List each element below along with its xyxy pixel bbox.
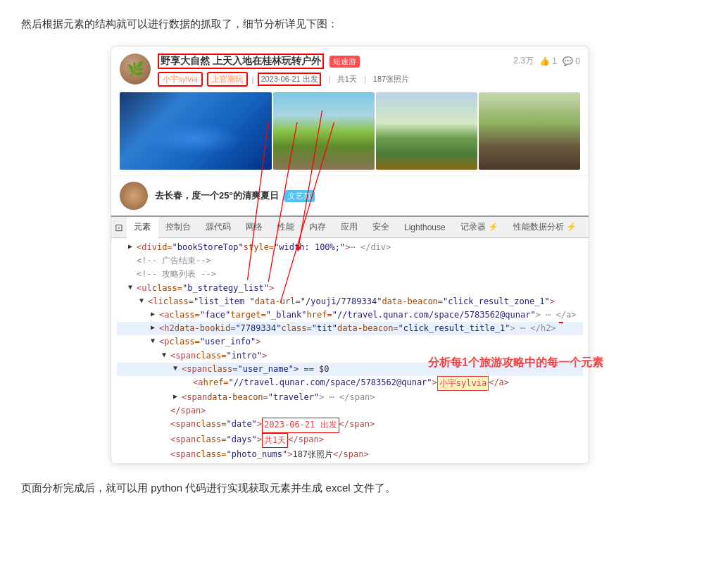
code-tag-9: <span	[170, 349, 196, 363]
tab-performance[interactable]: 性能	[270, 217, 302, 238]
annotation-label: 分析每1个旅游攻略中的每一个元素	[428, 356, 603, 370]
post-stats: 2.3万 👍 1 💬 0	[513, 55, 580, 67]
code-tag-6: <a	[159, 308, 169, 322]
code-attr-15: class=	[196, 433, 226, 446]
tab-security[interactable]: 安全	[365, 217, 397, 238]
code-tag-7: <h2	[159, 322, 175, 335]
code-tag-end-14: </span>	[339, 418, 375, 431]
tab-lighthouse[interactable]: Lighthouse	[397, 217, 453, 238]
code-tag-close-11: >	[432, 376, 437, 389]
post-images-1	[120, 92, 580, 170]
code-attr-7b: class=	[281, 322, 311, 335]
code-attr-7: data-bookid=	[175, 322, 236, 335]
arrow-3	[128, 268, 135, 279]
code-attr-9: class=	[196, 349, 226, 363]
code-line-4[interactable]: ▼ <ul class= "b_strategy_list" >	[117, 282, 583, 295]
tab-source[interactable]: 源代码	[199, 217, 239, 238]
code-tag-8: <p	[159, 335, 169, 349]
arrow-5: ▼	[139, 295, 146, 306]
tab-memory[interactable]: 内存	[302, 217, 334, 238]
arrow-14	[162, 418, 169, 429]
code-attr-6c: href=	[307, 308, 332, 322]
browser-card: 2.3万 👍 1 💬 0 野享大自然 上天入地在桂林玩转户外 短途游	[111, 46, 589, 464]
code-val-17: "nums"	[215, 461, 245, 463]
code-tag-16: <span	[170, 448, 196, 461]
tab-console[interactable]: 控制台	[158, 217, 199, 238]
code-line-12[interactable]: ▶ <span data-beacon= "traveler" > ⋯ </sp…	[117, 391, 583, 404]
code-tag-close-16: >	[287, 448, 292, 461]
tag-literary: 文艺范	[284, 190, 315, 202]
code-tag-15: <span	[170, 433, 196, 446]
code-val-12: "traveler"	[268, 391, 319, 404]
code-val-16: "photo_nums"	[226, 448, 287, 461]
tag-short-trip: 短途游	[330, 56, 360, 68]
code-val-9: "intro"	[226, 349, 262, 363]
code-line-16[interactable]: <span class= "photo_nums" > 187张照片 </spa…	[117, 448, 583, 461]
arrow-17: ▶	[151, 461, 158, 463]
travel-post-1: 2.3万 👍 1 💬 0 野享大自然 上天入地在桂林玩转户外 短途游	[111, 46, 589, 170]
post-img-cave	[120, 92, 272, 170]
post-title-1: 野享大自然 上天入地在桂林玩转户外	[158, 54, 324, 69]
tab-elements[interactable]: 元素	[127, 217, 158, 238]
code-line-3[interactable]: <!-- 攻略列表 -->	[117, 268, 583, 281]
post-img-road	[273, 92, 375, 170]
code-attr-12: data-beacon=	[207, 391, 268, 404]
code-attr-2: style=	[244, 241, 274, 254]
code-attr-11: href=	[203, 376, 228, 389]
tab-perf-data[interactable]: 性能数据分析 ⚡	[506, 217, 584, 238]
arrow-9: ▼	[162, 349, 169, 361]
code-tag-close-1: >	[345, 241, 350, 254]
arrow-15	[162, 433, 169, 444]
code-ellipsis-6: > ⋯ </a>	[536, 308, 577, 322]
code-val-7: "7789334"	[235, 322, 281, 335]
code-ellipsis-1: ⋯ </div>	[351, 241, 391, 254]
date-highlight: 2023-06-21 出发	[262, 418, 339, 432]
code-ellipsis-7: > ⋯ </h2>	[510, 322, 556, 335]
tab-application[interactable]: 应用	[334, 217, 365, 238]
devtools: ⊡ 元素 控制台 源代码 网络 性能 内存 应用 安全 Lighthouse 记…	[111, 215, 589, 463]
code-tag-17: <span	[159, 461, 184, 463]
likes-icon: 👍 1	[539, 56, 557, 66]
code-attr-5: class=	[163, 295, 194, 308]
code-line-17[interactable]: ▶ <span class= "nums" > ⋯ </span>	[117, 461, 583, 463]
code-line-2[interactable]: <!-- 广告结束-->	[117, 254, 583, 268]
photo-count: 187张照片	[373, 74, 409, 85]
code-tag-1: <div	[137, 241, 157, 254]
code-line-6[interactable]: ▶ <a class= "face" target= "_blank" href…	[117, 308, 583, 322]
views-count: 2.3万	[513, 55, 534, 67]
code-line-14[interactable]: <span class= "date" > 2023-06-21 出发 </sp…	[117, 418, 583, 432]
code-ellipsis-12: > ⋯ </span>	[319, 391, 375, 404]
post-header-1: 野享大自然 上天入地在桂林玩转户外 短途游 小宇sylvia 上官潮玩 | 20…	[120, 54, 580, 87]
separator-3: ｜	[361, 74, 369, 85]
code-val-5: "list_item "	[194, 295, 255, 308]
meta-row-1: 小宇sylvia 上官潮玩 | 2023-06-21 出发 ｜ 共1天 ｜ 18…	[158, 72, 580, 87]
code-attr-6b: target=	[230, 308, 266, 322]
code-attr-4: class=	[152, 282, 182, 295]
arrow-2	[128, 254, 135, 265]
code-line-7[interactable]: ▶ <h2 data-bookid= "7789334" class= "tit…	[117, 322, 583, 335]
code-attr-5b: data-url=	[255, 295, 301, 308]
arrow-12: ▶	[173, 391, 180, 402]
code-val-1: "bookStoreTop"	[172, 241, 244, 254]
code-attr-6: class=	[169, 308, 199, 322]
arrow-6: ▶	[151, 308, 158, 320]
code-line-13[interactable]: </span>	[117, 404, 583, 418]
days-highlight: 共1天	[262, 433, 288, 448]
code-tag-close-8: >	[256, 335, 261, 349]
code-line-1[interactable]: ▶ <div id= "bookStoreTop" style= "width:…	[117, 241, 583, 254]
code-line-15[interactable]: <span class= "days" > 共1天 </span>	[117, 433, 583, 448]
code-tag-11: <a	[193, 376, 203, 389]
code-line-5[interactable]: ▼ <li class= "list_item " data-url= "/yo…	[117, 295, 583, 308]
intro-text: 然后根据元素的结构就可以进行数据的抓取了，细节分析详见下图：	[21, 14, 707, 33]
code-val-6: "face"	[200, 308, 230, 322]
code-val-10: "user_name"	[237, 363, 293, 376]
code-attr-17: class=	[184, 461, 215, 463]
code-line-8[interactable]: ▼ <p class= "user_info" >	[117, 335, 583, 349]
post-title-2: 去长春，度一个25°的清爽夏日	[155, 189, 279, 202]
code-tag-close-4: >	[269, 282, 274, 295]
code-text-10: > == $0	[294, 363, 330, 376]
tab-network[interactable]: 网络	[239, 217, 270, 238]
code-line-11[interactable]: <a href= "//travel.qunar.com/space/57835…	[117, 376, 583, 391]
tab-recorder[interactable]: 记录器 ⚡	[453, 217, 506, 238]
code-val-14: "date"	[226, 418, 256, 431]
